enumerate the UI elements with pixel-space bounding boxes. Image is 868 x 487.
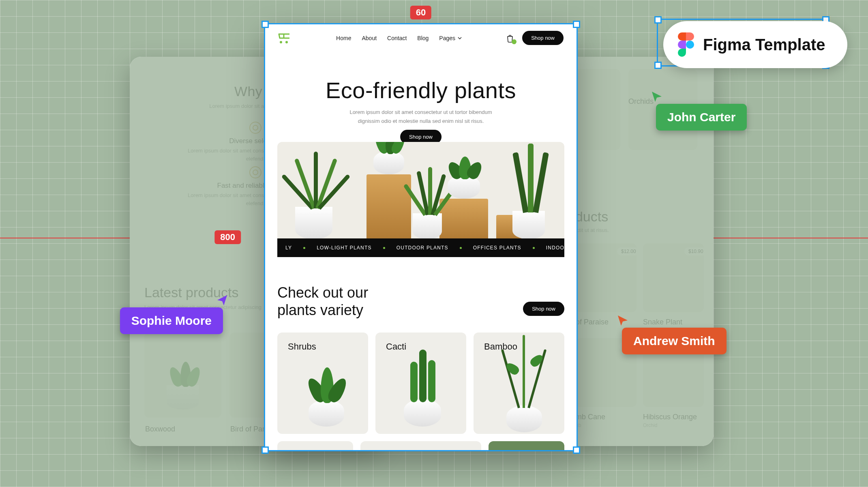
ticker-item: OUTDOOR PLANTS xyxy=(396,245,448,251)
hero-title: Eco-friendly plants xyxy=(265,77,577,103)
nav-pages[interactable]: Pages xyxy=(439,35,462,41)
section-title: Check out our plants variety xyxy=(277,284,564,319)
figma-logo-icon xyxy=(678,32,694,57)
artboard-main[interactable]: Home About Contact Blog Pages Shop now E… xyxy=(265,24,577,450)
cursor-label: Sophie Moore xyxy=(120,307,223,334)
category-cards: Shrubs Cacti Bamboo xyxy=(277,333,564,434)
card-cacti[interactable]: Cacti xyxy=(375,333,466,434)
card-orchids[interactable]: Orchids xyxy=(360,441,482,450)
nav-contact[interactable]: Contact xyxy=(387,35,407,41)
dimension-badge-top: 60 xyxy=(410,6,431,19)
section-variety: Check out our plants variety Shop now xyxy=(277,284,564,319)
nav-home[interactable]: Home xyxy=(336,35,351,41)
ticker-item: LY xyxy=(285,245,292,251)
category-cards-row2: Herbs Orchids xyxy=(277,441,564,450)
category-ticker: LY LOW-LIGHT PLANTS OUTDOOR PLANTS OFFIC… xyxy=(277,238,564,257)
cursor-label: John Carter xyxy=(656,104,747,131)
nav-pages-label: Pages xyxy=(439,35,455,41)
nav-blog[interactable]: Blog xyxy=(417,35,429,41)
figma-pill-label: Figma Template xyxy=(703,36,825,54)
cursor-label: Andrew Smith xyxy=(622,328,727,354)
card-label: Cacti xyxy=(386,341,406,352)
card-herbs[interactable]: Herbs xyxy=(277,441,353,450)
card-label: Shrubs xyxy=(288,341,316,352)
hero-subtitle: Lorem ipsum dolor sit amet consectetur u… xyxy=(265,108,577,126)
figma-canvas[interactable]: Why cl Lorem ipsum dolor sit amet consec… xyxy=(0,0,868,487)
cart-icon[interactable] xyxy=(506,34,514,43)
nav-about[interactable]: About xyxy=(362,35,377,41)
cart-badge xyxy=(512,39,517,44)
ticker-item: OFFICES PLANTS xyxy=(473,245,521,251)
svg-point-0 xyxy=(280,41,282,43)
ticker-item: LOW-LIGHT PLANTS xyxy=(317,245,371,251)
resize-handle-tl[interactable] xyxy=(654,16,662,24)
card-green[interactable] xyxy=(489,441,564,450)
svg-point-1 xyxy=(285,41,288,43)
card-bamboo[interactable]: Bamboo xyxy=(474,333,564,434)
hero-image xyxy=(277,142,564,239)
figma-template-pill[interactable]: Figma Template xyxy=(663,21,847,68)
ticker-item: INDOOR PLANTS xyxy=(546,245,564,251)
logo-icon[interactable] xyxy=(278,32,292,44)
shop-now-button[interactable]: Shop now xyxy=(522,31,564,45)
card-label: Bamboo xyxy=(484,341,517,352)
nav: Home About Contact Blog Pages xyxy=(336,35,462,41)
card-shrubs[interactable]: Shrubs xyxy=(277,333,368,434)
chevron-down-icon xyxy=(458,37,462,39)
shop-now-button[interactable]: Shop now xyxy=(523,302,564,316)
site-header: Home About Contact Blog Pages Shop now xyxy=(265,24,577,51)
